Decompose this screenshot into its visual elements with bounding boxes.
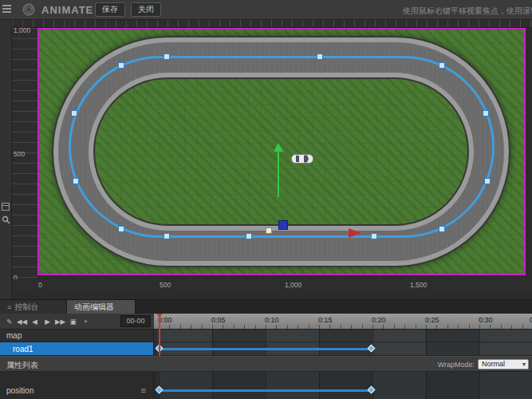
tab-console-label: 控制台 [14, 302, 38, 311]
ruler-label: 0 [38, 281, 42, 289]
track-row-road1[interactable]: road1 [0, 342, 154, 356]
chevron-down-icon: ▾ [522, 360, 526, 369]
path-control-point[interactable] [246, 233, 252, 239]
path-control-point-selected[interactable] [266, 227, 272, 234]
path-control-point[interactable] [371, 233, 377, 239]
close-button[interactable]: 关闭 [131, 2, 161, 17]
track-row-map[interactable]: map [0, 330, 154, 342]
time-tick-label: 0:05 [211, 316, 226, 324]
hamburger-menu-icon[interactable] [2, 5, 11, 14]
path-control-point[interactable] [439, 62, 445, 69]
current-time-field[interactable]: 00-00 [120, 315, 151, 327]
ruler-label: 500 [14, 150, 25, 158]
path-control-point[interactable] [73, 178, 79, 184]
keyframe-diamond[interactable] [368, 386, 376, 394]
animation-editor-app: ANIMATE 保存 关闭 使用鼠标右键平移视窗焦点，使用滚轮缩放视窗 1,00… [0, 0, 532, 399]
path-control-point[interactable] [439, 226, 445, 232]
time-tick-label: 0:10 [265, 316, 279, 324]
gizmo-y-axis-line[interactable] [278, 152, 279, 197]
time-tick-label: 0:30 [479, 316, 493, 324]
ruler-vertical: 1,000 500 0 [12, 28, 37, 279]
viewport-hint-text: 使用鼠标右键平移视窗焦点，使用滚轮缩放视窗 [403, 6, 532, 17]
menu-icon[interactable]: ≡ [141, 384, 146, 397]
track-strip-road1[interactable] [154, 342, 532, 356]
gizmo-y-axis-arrow-icon[interactable] [274, 143, 283, 152]
keyframe-diamond[interactable] [368, 345, 376, 353]
panel-icon[interactable] [2, 200, 10, 214]
path-direction-arrow-icon[interactable] [349, 228, 361, 238]
step-back-icon[interactable]: ◀ [29, 314, 41, 329]
ruler-horizontal [12, 20, 532, 28]
wrapmode-dropdown[interactable]: Normal ▾ [478, 359, 529, 369]
skip-start-icon[interactable]: ◀◀ [16, 314, 28, 329]
time-tick-label: 0:15 [318, 316, 333, 324]
save-button[interactable]: 保存 [95, 2, 125, 17]
path-control-point[interactable] [317, 53, 323, 60]
car-sprite[interactable] [290, 152, 314, 169]
property-strip-position[interactable] [154, 384, 532, 397]
track-strip-map[interactable] [154, 330, 532, 342]
page-title: ANIMATE [41, 4, 93, 16]
properties-title: 属性列表 [6, 360, 38, 371]
tab-console[interactable]: ≡控制台 [0, 300, 67, 314]
export-icon[interactable]: ▣ [67, 314, 79, 329]
step-forward-icon[interactable]: ▶▶ [54, 314, 66, 329]
path-control-point[interactable] [164, 53, 170, 60]
play-icon[interactable]: ▶ [41, 314, 53, 329]
ruler-label: 1,000 [14, 26, 30, 34]
time-tick-label: 0:25 [425, 316, 439, 324]
add-icon[interactable]: + [80, 314, 92, 329]
wrapmode-label: WrapMode: [438, 361, 475, 369]
playhead-cap-icon[interactable] [156, 314, 163, 318]
console-icon: ≡ [7, 303, 11, 311]
panel-tab-bar: ≡控制台 动画编辑器 [0, 300, 532, 314]
ruler-bottom: 0 500 1,000 1,500 [12, 279, 532, 290]
app-logo-icon [22, 3, 35, 19]
properties-list-right [154, 372, 532, 399]
path-control-point[interactable] [164, 233, 170, 239]
search-icon[interactable] [2, 213, 10, 227]
animation-span-line [159, 348, 372, 350]
path-control-point[interactable] [118, 226, 124, 232]
path-control-point[interactable] [118, 62, 124, 69]
property-row-position[interactable]: position ≡ [0, 384, 154, 397]
ruler-label: 1,000 [285, 281, 301, 289]
timeline-panel: ≡控制台 动画编辑器 ✎ ◀◀ ◀ ▶ ▶▶ ▣ + 00-00 0:00 0:… [0, 299, 532, 399]
animation-span-line [159, 389, 372, 392]
selected-node-handle[interactable] [278, 220, 288, 230]
property-name: position [6, 386, 33, 395]
properties-header: 属性列表 WrapMode: Normal ▾ [0, 356, 532, 372]
path-control-point[interactable] [71, 110, 77, 117]
timeline-toolbar: ✎ ◀◀ ◀ ▶ ▶▶ ▣ + 00-00 [0, 314, 154, 330]
scene-viewport[interactable] [37, 28, 526, 275]
edit-icon[interactable]: ✎ [3, 314, 15, 329]
time-tick-label: 0:20 [372, 316, 386, 324]
ruler-ticks [159, 325, 532, 329]
playhead[interactable] [159, 314, 160, 356]
ruler-label: 500 [160, 281, 171, 289]
tab-animation-editor[interactable]: 动画编辑器 [67, 300, 136, 314]
path-control-point[interactable] [483, 110, 489, 117]
top-bar: ANIMATE 保存 关闭 使用鼠标右键平移视窗焦点，使用滚轮缩放视窗 [0, 0, 532, 20]
properties-list-left: position ≡ [0, 372, 154, 399]
tab-animation-editor-label: 动画编辑器 [74, 302, 114, 311]
timeline-ruler[interactable]: 0:00 0:05 0:10 0:15 0:20 0:25 0:30 0:35 [154, 314, 532, 330]
left-tool-strip [0, 20, 12, 299]
ruler-label: 1,500 [410, 281, 427, 289]
path-control-point[interactable] [484, 178, 491, 184]
wrapmode-value: Normal [482, 360, 505, 368]
keyframe-diamond[interactable] [156, 386, 164, 394]
